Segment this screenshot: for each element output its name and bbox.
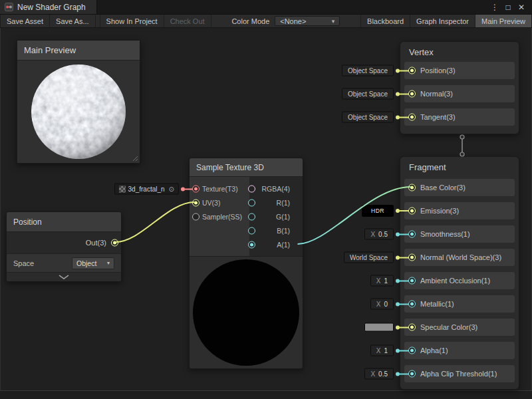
smoothness-input-connector: X 0.5 [364, 229, 412, 240]
collapse-preview-button[interactable] [7, 272, 121, 281]
graph-inspector-toggle[interactable]: Graph Inspector [410, 15, 475, 27]
resize-handle[interactable] [132, 155, 138, 162]
main-preview-panel: Main Preview [17, 40, 140, 164]
port-g-out[interactable] [248, 213, 255, 221]
port-alpha-clip-threshold[interactable] [408, 370, 416, 378]
port-label: RGBA(4) [261, 185, 290, 193]
port-b-out[interactable] [248, 227, 255, 235]
port-ambient-occlusion[interactable] [408, 277, 416, 285]
fragment-block-specular-color[interactable]: Specular Color(3) [404, 319, 515, 336]
texture-object-field[interactable]: 3d_fractal_n ⊙ [114, 184, 179, 195]
blackboard-toggle[interactable]: Blackboard [360, 15, 410, 27]
color-mode-dropdown[interactable]: <None> ▾ [275, 16, 340, 26]
graph-canvas[interactable]: Main Preview [0, 28, 532, 391]
input-row-sampler: Sampler(SS) [190, 209, 253, 224]
node-title-label: Vertex [409, 47, 434, 57]
output-row-g: G(1) [245, 209, 303, 224]
sample-node-title[interactable]: Sample Texture 3D [190, 158, 303, 177]
fragment-block-emission[interactable]: Emission(3) HDR [404, 202, 515, 219]
fragment-block-ambient-occlusion[interactable]: Ambient Occlusion(1) X 1 [404, 272, 515, 289]
sample-texture-3d-node[interactable]: Sample Texture 3D Texture(T3) 3d_fractal… [189, 158, 303, 369]
float-field[interactable]: X 0.5 [364, 368, 394, 380]
space-dropdown[interactable]: Object ▾ [72, 257, 114, 269]
vertex-block-tangent[interactable]: Tangent(3) Object Space [404, 108, 515, 126]
main-preview-title: Main Preview [24, 45, 76, 55]
port-normal-ws[interactable] [408, 254, 416, 261]
port-alpha[interactable] [408, 347, 416, 354]
fragment-node[interactable]: Fragment Base Color(3) Emission(3) HDR S… [400, 156, 519, 390]
hdr-color-swatch[interactable]: HDR [362, 205, 394, 217]
vertex-block-position[interactable]: Position(3) Object Space [404, 62, 515, 79]
port-uv-in[interactable] [192, 200, 200, 207]
block-label: Alpha Clip Threshold(1) [420, 370, 497, 378]
object-picker-icon[interactable]: ⊙ [169, 186, 174, 193]
port-label: A(1) [277, 241, 290, 249]
fragment-block-alpha-clip[interactable]: Alpha Clip Threshold(1) X 0.5 [404, 365, 515, 382]
port-r-out[interactable] [248, 200, 255, 207]
save-asset-button[interactable]: Save Asset [0, 15, 50, 27]
port-emission[interactable] [408, 207, 416, 215]
menu-icon[interactable]: ⋮ [488, 0, 501, 15]
port-base-color[interactable] [408, 184, 416, 192]
main-preview-header[interactable]: Main Preview [17, 41, 140, 61]
texture-field-connector: 3d_fractal_n ⊙ [114, 184, 198, 195]
tangent-space-connector: Object Space [342, 112, 412, 123]
port-label: Texture(T3) [202, 185, 238, 193]
port-metallic[interactable] [408, 301, 416, 308]
position-node[interactable]: Position Out(3) Space Object ▾ [6, 211, 122, 282]
color-swatch[interactable] [364, 323, 394, 332]
main-preview-body [17, 61, 140, 163]
title-bar: New Shader Graph ⋮ □ ✕ [0, 0, 532, 15]
float-field[interactable]: X 1 [370, 275, 394, 287]
port-sampler-in[interactable] [192, 213, 200, 221]
block-label: Position(3) [420, 66, 456, 74]
edge-position-to-uv[interactable] [116, 202, 195, 242]
node-title-label: Position [13, 217, 42, 227]
vertex-node[interactable]: Vertex Position(3) Object Space Normal(3… [400, 41, 519, 134]
save-as-button[interactable]: Save As... [50, 15, 96, 27]
window-title: New Shader Graph [17, 3, 86, 12]
block-label: Tangent(3) [420, 113, 456, 121]
node-title-label: Sample Texture 3D [196, 163, 264, 172]
fragment-block-alpha[interactable]: Alpha(1) X 1 [404, 342, 515, 359]
maximize-icon[interactable]: □ [501, 0, 515, 15]
float-field[interactable]: X 0.5 [364, 229, 394, 240]
port-specular-color[interactable] [408, 324, 416, 331]
space-dropdown-chip[interactable]: Object Space [342, 112, 394, 123]
window-tab[interactable]: New Shader Graph [0, 0, 97, 14]
port-rgba-out[interactable] [248, 186, 255, 193]
space-dropdown-chip[interactable]: Object Space [342, 88, 394, 100]
position-space-connector: Object Space [342, 65, 412, 76]
show-in-project-button[interactable]: Show In Project [100, 15, 164, 27]
output-row-rgba: RGBA(4) [245, 182, 303, 196]
space-label: Space [13, 259, 34, 267]
block-label: Base Color(3) [420, 184, 466, 192]
check-out-button[interactable]: Check Out [164, 15, 211, 27]
port-normal-block[interactable] [408, 90, 416, 98]
fragment-block-base-color[interactable]: Base Color(3) [404, 179, 515, 196]
position-node-title[interactable]: Position [7, 212, 121, 232]
float-field[interactable]: X 0 [370, 299, 394, 310]
port-position-block[interactable] [408, 67, 416, 74]
float-field[interactable]: X 1 [370, 345, 394, 356]
space-dropdown-chip[interactable]: World Space [344, 252, 394, 263]
close-icon[interactable]: ✕ [515, 0, 528, 15]
fragment-block-normal[interactable]: Normal (World Space)(3) World Space [404, 249, 515, 266]
fragment-block-smoothness[interactable]: Smoothness(1) X 0.5 [404, 225, 515, 243]
axis-label: X [376, 347, 381, 354]
port-tangent-block[interactable] [408, 114, 416, 121]
port-a-out[interactable] [248, 241, 255, 249]
port-position-out[interactable] [111, 239, 118, 247]
fragment-block-metallic[interactable]: Metallic(1) X 0 [404, 295, 515, 313]
output-row-b: B(1) [245, 223, 303, 238]
port-texture-in[interactable] [192, 186, 200, 193]
space-dropdown-chip[interactable]: Object Space [342, 65, 394, 76]
main-preview-toggle[interactable]: Main Preview [475, 15, 532, 27]
vertex-block-normal[interactable]: Normal(3) Object Space [404, 85, 515, 102]
field-value: 0.5 [378, 231, 388, 238]
port-smoothness[interactable] [408, 231, 416, 238]
preview-sphere [29, 63, 128, 161]
block-label: Alpha(1) [420, 346, 448, 354]
block-label: Emission(3) [420, 207, 459, 215]
block-label: Metallic(1) [420, 300, 454, 308]
